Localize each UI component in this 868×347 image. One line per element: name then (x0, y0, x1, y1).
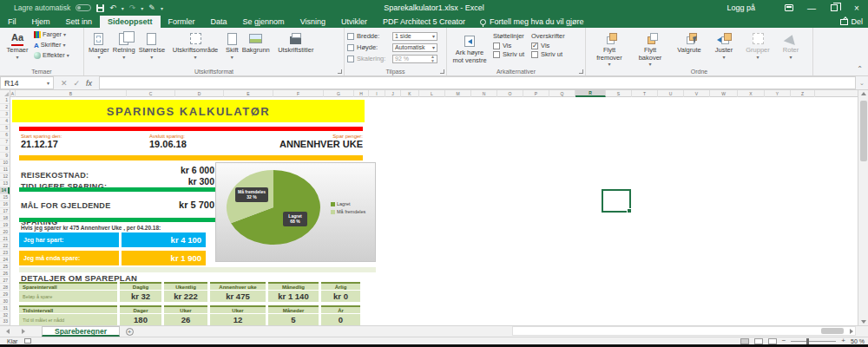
restore-button[interactable] (823, 0, 845, 16)
ribbon-tab-formler[interactable]: Formler (161, 16, 203, 28)
table-header-cell[interactable]: Daglig (120, 282, 161, 290)
accessibility-icon[interactable] (24, 338, 31, 344)
goal-value[interactable]: kr 5 700 (141, 200, 214, 210)
ribbon-tab-utvikler[interactable]: Utvikler (333, 16, 375, 28)
vscroll-thumb[interactable] (860, 101, 867, 161)
fonts-button[interactable]: A Skrifter▾ (32, 41, 71, 50)
table-value-cell[interactable]: kr 475 (210, 291, 266, 302)
row-header-22[interactable]: 22 (0, 242, 10, 249)
row-header-20[interactable]: 20 (0, 228, 10, 235)
print-area-button[interactable]: Utskriftsområde▾ (167, 30, 224, 61)
table-header-cell[interactable]: Ukentlig (164, 282, 207, 290)
size-button[interactable]: Størrelse▾ (137, 30, 167, 61)
table-value-cell[interactable]: 12 (210, 314, 266, 325)
column-header-W[interactable]: W (710, 90, 738, 97)
save-frequency-cell[interactable]: Spar penger: ANNENHVER UKE (233, 134, 363, 149)
scroll-up-icon[interactable] (861, 92, 866, 95)
column-header-L[interactable]: L (419, 90, 445, 97)
savings-pie-chart[interactable]: Må fremdeles32 % Lagret68 % LagretMå fre… (215, 162, 376, 262)
add-sheet-button[interactable]: + (120, 326, 139, 337)
row-header-8[interactable]: 8 (0, 146, 10, 153)
column-header-V[interactable]: V (684, 90, 710, 97)
row-header-26[interactable]: 26 (0, 270, 10, 277)
login-link[interactable]: Logg på (727, 3, 755, 12)
selected-cell-R14[interactable] (602, 189, 631, 213)
row-header-32[interactable]: 32 (0, 311, 10, 318)
row-header-23[interactable]: 23 (0, 249, 10, 256)
headings-view-checkbox[interactable]: Vis (531, 42, 565, 49)
column-header-I[interactable]: I (369, 90, 385, 97)
ribbon-display-options-button[interactable] (778, 0, 800, 16)
row-header-33[interactable]: 33 (0, 318, 10, 325)
column-header-F[interactable]: F (273, 90, 324, 97)
save-icon[interactable] (96, 4, 104, 12)
column-header-J[interactable]: J (385, 90, 401, 97)
sheet-options-dialog-launcher[interactable] (579, 69, 583, 74)
table-value-cell[interactable]: kr 0 (321, 291, 360, 302)
table-value-cell[interactable]: kr 1 140 (268, 291, 319, 302)
column-header-B[interactable]: B (16, 90, 127, 97)
end-date-cell[interactable]: Avslutt sparing: 19.06.18 (149, 134, 187, 149)
bring-forward-button[interactable]: Flytt fremover▾ (589, 30, 630, 68)
table-header-cell[interactable]: Måneder (268, 305, 319, 313)
table-header-cell[interactable]: Annenhver uke (210, 282, 266, 290)
headings-print-checkbox[interactable]: Skriv ut (531, 50, 565, 58)
savings-plan-table[interactable]: SpareintervallDagligUkentligAnnenhver uk… (19, 282, 372, 326)
row-header-15[interactable]: 15 (0, 194, 10, 201)
column-header-S[interactable]: S (606, 90, 632, 97)
table-header-cell[interactable]: År (321, 305, 360, 313)
row-header-4[interactable]: 4 (0, 118, 10, 125)
savings-note[interactable]: Hvis jeg sparer kr 475 Annenhver Uke , p… (21, 225, 161, 231)
effects-button[interactable]: Effekter▾ (32, 51, 71, 61)
column-header-G[interactable]: G (324, 90, 354, 97)
row-header-31[interactable]: 31 (0, 304, 10, 311)
sheet-tab-spareberegner[interactable]: Spareberegner (42, 326, 120, 337)
saved-row[interactable]: Jeg har spart: kr 4 100 (19, 232, 206, 247)
ribbon-tab-data[interactable]: Data (203, 16, 235, 28)
column-header-N[interactable]: N (471, 90, 497, 97)
row-header-19[interactable]: 19 (0, 221, 10, 228)
tell-me-box[interactable]: Fortell meg hva du vil gjøre (473, 16, 591, 28)
zoom-out-icon[interactable]: − (782, 337, 786, 344)
orientation-button[interactable]: Retning▾ (111, 30, 137, 61)
row-header-29[interactable]: 29 (0, 291, 10, 298)
ribbon-tab-visning[interactable]: Visning (293, 16, 333, 28)
scroll-right-icon[interactable] (850, 329, 853, 334)
row-header-3[interactable]: 3 (0, 111, 10, 118)
table-value-cell[interactable]: 0 (321, 314, 360, 325)
autosave-toggle[interactable] (76, 4, 91, 11)
column-header-Y[interactable]: Y (765, 90, 791, 97)
selection-pane-button[interactable]: Valgrute (670, 30, 708, 56)
table-value-cell[interactable]: 5 (268, 314, 319, 325)
column-header-O[interactable]: O (497, 90, 523, 97)
prior-savings-value[interactable]: kr 300 (141, 176, 214, 187)
row-header-14[interactable]: 14 (0, 187, 10, 194)
ribbon-tab-fil[interactable]: Fil (0, 16, 24, 28)
column-header-R[interactable]: R (575, 90, 606, 97)
table-value-cell[interactable]: kr 222 (164, 291, 207, 302)
share-button[interactable]: Del (837, 16, 866, 28)
column-header-Q[interactable]: Q (549, 90, 575, 97)
redo-caret-icon[interactable]: ▾ (141, 5, 143, 11)
minimize-button[interactable]: — (800, 0, 823, 16)
ribbon-tab-hjem[interactable]: Hjem (24, 16, 58, 28)
undo-icon[interactable]: ↶ (109, 4, 116, 12)
sheet-nav-left-icon[interactable] (0, 326, 16, 337)
print-titles-button[interactable]: Utskriftstitler (272, 30, 320, 56)
gridlines-view-checkbox[interactable]: Vis (493, 42, 524, 49)
travel-cost-value[interactable]: kr 6 000 (141, 165, 214, 175)
column-header-T[interactable]: T (632, 90, 658, 97)
ribbon-tab-pdf-architect-5-creator[interactable]: PDF Architect 5 Creator (375, 16, 473, 28)
row-header-18[interactable]: 18 (0, 214, 10, 221)
ribbon-tab-sideoppsett[interactable]: Sideoppsett (100, 16, 161, 28)
margins-button[interactable]: Marger▾ (87, 30, 111, 61)
table-header-cell[interactable]: Dager (120, 305, 161, 313)
table-header-cell[interactable]: Månedlig (268, 282, 319, 290)
sheet-nav-right-icon[interactable] (16, 326, 31, 337)
cancel-icon[interactable]: ✕ (61, 79, 68, 88)
scroll-down-icon[interactable] (861, 320, 866, 324)
select-all-corner[interactable] (0, 90, 10, 97)
width-select[interactable]: 1 side▾ (392, 32, 437, 41)
row-header-11[interactable]: 11 (0, 167, 10, 174)
scale-spinner[interactable]: 92 %▲▼ (392, 55, 437, 63)
